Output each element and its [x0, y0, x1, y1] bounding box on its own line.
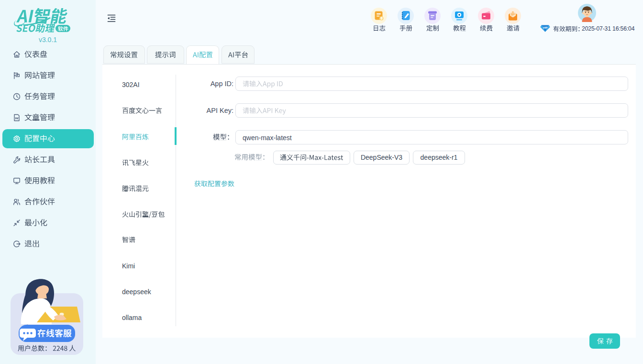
svg-text:VIP: VIP [543, 26, 547, 29]
